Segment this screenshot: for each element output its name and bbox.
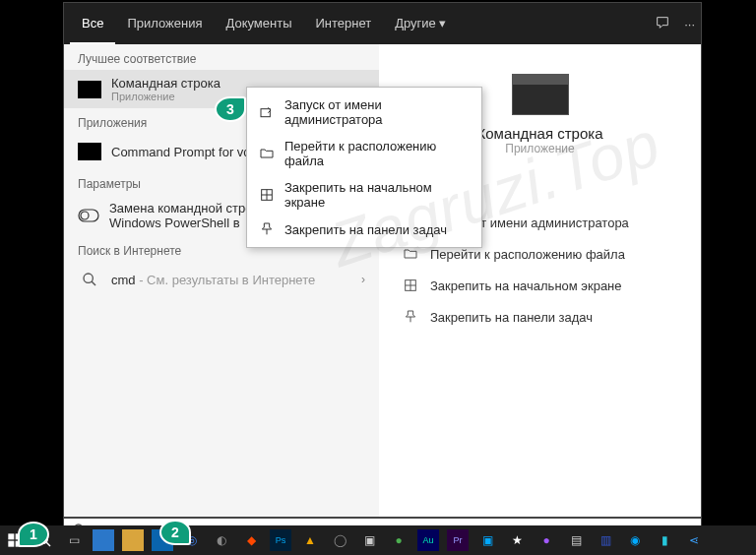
chevron-right-icon: › <box>361 273 365 286</box>
svg-point-2 <box>84 274 93 282</box>
taskbar-app[interactable]: ▥ <box>595 529 616 551</box>
svg-line-16 <box>46 542 50 546</box>
taskbar-app[interactable]: ▲ <box>299 529 321 551</box>
annotation-badge-3: 3 <box>215 96 246 122</box>
taskbar-app[interactable]: Pr <box>447 529 469 551</box>
taskbar-app[interactable]: ● <box>536 529 557 551</box>
taskbar-app[interactable]: ◐ <box>211 529 232 551</box>
toggle-icon <box>78 204 99 227</box>
action-pin-start[interactable]: Закрепить на начальном экране <box>395 270 685 301</box>
preview-app-icon <box>512 74 569 115</box>
taskbar-app[interactable]: ★ <box>506 529 528 551</box>
tab-all[interactable]: Все <box>70 3 115 44</box>
section-best-match: Лучшее соответствие <box>64 44 379 70</box>
tab-docs[interactable]: Документы <box>214 3 303 44</box>
ctx-open-location[interactable]: Перейти к расположению файла <box>247 133 481 174</box>
search-panel: Все Приложения Документы Интернет Другие… <box>63 2 702 518</box>
taskbar-app[interactable]: ◉ <box>624 529 646 551</box>
taskbar-app[interactable]: ◯ <box>329 529 350 551</box>
taskbar-app[interactable] <box>93 529 114 551</box>
taskbar-app[interactable]: ⋖ <box>683 529 705 551</box>
taskbar-app[interactable]: ▣ <box>476 529 498 551</box>
annotation-badge-1: 1 <box>18 522 49 547</box>
search-tabs: Все Приложения Документы Интернет Другие… <box>64 3 701 44</box>
action-pin-taskbar[interactable]: Закрепить на панели задач <box>395 301 685 333</box>
cmd-icon <box>78 78 101 101</box>
tab-apps[interactable]: Приложения <box>115 3 214 44</box>
cmd-icon <box>78 140 101 163</box>
svg-line-3 <box>92 281 95 285</box>
taskbar: ▭ ◎ ◐ ◆ Ps ▲ ◯ ▣ ● Au Pr ▣ ★ ● ▤ ▥ ◉ ▮ ⋖ <box>0 525 756 555</box>
taskbar-app[interactable]: ▮ <box>654 529 675 551</box>
ctx-pin-taskbar[interactable]: Закрепить на панели задач <box>247 216 481 243</box>
taskbar-app[interactable]: ▤ <box>565 529 587 551</box>
taskbar-app[interactable] <box>122 529 144 551</box>
feedback-icon[interactable] <box>655 15 670 33</box>
svg-rect-13 <box>8 541 14 547</box>
taskbar-app[interactable]: ● <box>388 529 410 551</box>
taskbar-app[interactable]: Au <box>417 529 439 551</box>
taskbar-app[interactable]: Ps <box>270 529 291 551</box>
search-icon <box>78 268 101 291</box>
annotation-badge-2: 2 <box>159 520 191 545</box>
tab-more[interactable]: Другие ▾ <box>383 3 458 44</box>
ctx-run-admin[interactable]: Запуск от имени администратора <box>247 92 481 133</box>
task-view-icon[interactable]: ▭ <box>63 529 85 551</box>
taskbar-app[interactable]: ◆ <box>240 529 262 551</box>
options-icon[interactable]: ··· <box>684 17 695 31</box>
taskbar-app[interactable]: ▣ <box>358 529 380 551</box>
ctx-pin-start[interactable]: Закрепить на начальном экране <box>247 174 481 216</box>
tab-web[interactable]: Интернет <box>303 3 383 44</box>
svg-point-1 <box>81 212 89 219</box>
context-menu: Запуск от имени администратора Перейти к… <box>246 87 482 248</box>
svg-rect-11 <box>8 533 14 539</box>
result-web-cmd[interactable]: cmd - См. результаты в Интернете › <box>64 262 379 297</box>
